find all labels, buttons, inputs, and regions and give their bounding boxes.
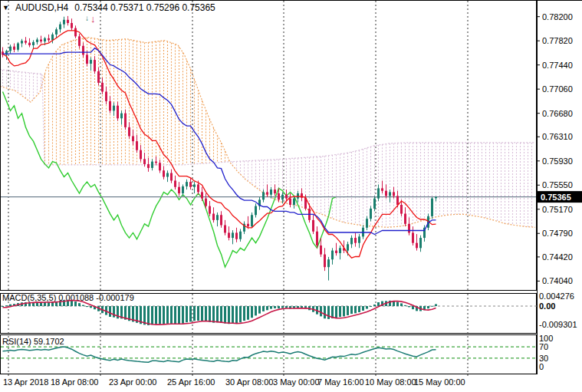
chart-window: MACD(5,35,5) 0.001088 -0.000179RSI(14) 5… bbox=[0, 0, 582, 392]
price-tick-label: 0.76680 bbox=[542, 109, 573, 118]
time-axis-label: 30 Apr 08:00 bbox=[225, 377, 273, 387]
time-axis-label: 23 Apr 00:00 bbox=[109, 377, 156, 387]
marker-arrow-teal-icon: ↓ bbox=[85, 14, 89, 22]
time-axis-label: 10 May 08:00 bbox=[365, 377, 416, 387]
forex-chart-canvas[interactable]: MACD(5,35,5) 0.001088 -0.000179RSI(14) 5… bbox=[0, 0, 582, 392]
price-tick-label: 0.78200 bbox=[542, 12, 573, 21]
price-tick-label: 0.75930 bbox=[542, 156, 573, 166]
price-tick-label: 0.74420 bbox=[542, 252, 573, 262]
current-price-value: 0.75365 bbox=[541, 193, 571, 202]
time-axis-label: 18 Apr 08:00 bbox=[51, 377, 98, 387]
senkou-span-b-line bbox=[0, 70, 535, 165]
price-tick-label: 0.74040 bbox=[542, 276, 573, 285]
chart-symbol-label: AUDUSD,H4 bbox=[15, 2, 68, 13]
price-tick-label: 0.77060 bbox=[542, 84, 573, 94]
price-tick-label: 0.75170 bbox=[542, 205, 573, 214]
chart-ohlc-values: 0.75344 0.75371 0.75296 0.75365 bbox=[74, 2, 215, 13]
rsi-axis-label: 0 bbox=[539, 362, 544, 371]
candles-layer bbox=[2, 16, 437, 281]
macd-axis-label: 0.00 bbox=[539, 301, 555, 311]
time-axis-label: 25 Apr 16:00 bbox=[167, 377, 215, 387]
macd-axis-label: 0.004276 bbox=[539, 292, 574, 301]
price-tick-label: 0.74790 bbox=[542, 229, 573, 238]
rsi-axis-label: 70 bbox=[539, 342, 548, 351]
time-axis-label: 7 May 16:00 bbox=[317, 377, 364, 387]
chart-title-bar: ▼ AUDUSD,H4 0.75344 0.75371 0.75296 0.75… bbox=[2, 2, 215, 13]
price-tick-label: 0.77440 bbox=[542, 61, 573, 70]
price-tick-label: 0.75550 bbox=[542, 180, 573, 189]
price-tick-label: 0.76310 bbox=[542, 132, 573, 141]
time-axis-label: 3 May 00:00 bbox=[273, 377, 320, 387]
symbol-marker-icon: ▼ bbox=[2, 4, 9, 12]
rsi-line bbox=[3, 347, 436, 362]
time-axis-label: 13 Apr 2018 bbox=[3, 377, 48, 387]
price-tick-label: 0.77820 bbox=[542, 36, 573, 45]
time-axis-label: 15 May 00:00 bbox=[414, 377, 465, 387]
pane-border-0 bbox=[1, 1, 537, 291]
ichimoku-cloud bbox=[0, 38, 535, 228]
marker-arrow-red-icon: ↓ bbox=[90, 13, 96, 25]
rsi-label: RSI(14) 59.1702 bbox=[2, 337, 64, 346]
macd-axis-label: -0.009301 bbox=[539, 320, 577, 329]
macd-histogram bbox=[2, 300, 437, 325]
